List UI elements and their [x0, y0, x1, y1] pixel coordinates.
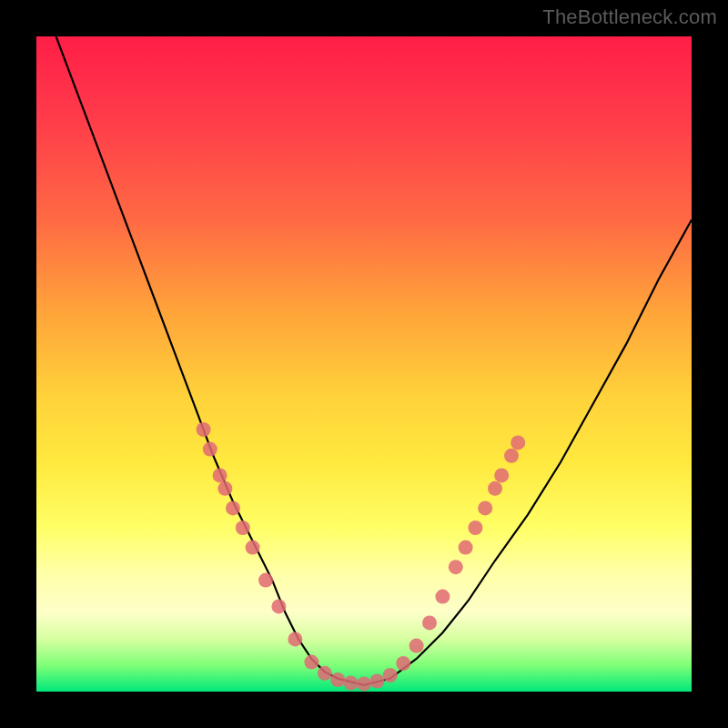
- marker-dot: [226, 500, 240, 515]
- plot-area: [36, 36, 692, 692]
- marker-dot: [504, 449, 519, 463]
- marker-dot: [344, 676, 359, 691]
- marker-dot: [203, 442, 217, 457]
- marker-dot: [246, 541, 260, 555]
- marker-dot: [468, 521, 482, 535]
- marker-dot: [459, 541, 473, 555]
- marker-dot: [396, 656, 410, 671]
- marker-dot: [449, 560, 463, 574]
- marker-dot: [271, 599, 286, 613]
- marker-dot: [330, 672, 345, 687]
- bottleneck-curve: [56, 36, 692, 685]
- marker-dot: [369, 674, 384, 689]
- marker-dot: [478, 500, 492, 515]
- marker-dot: [422, 615, 437, 630]
- chart-frame: TheBottleneck.com: [0, 0, 728, 728]
- highlight-dots: [197, 422, 526, 691]
- marker-dot: [213, 468, 228, 482]
- marker-dot: [217, 481, 232, 496]
- marker-dot: [511, 435, 525, 450]
- marker-dot: [288, 632, 302, 646]
- chart-svg: [36, 36, 692, 692]
- marker-dot: [357, 676, 371, 691]
- marker-dot: [410, 639, 424, 653]
- marker-dot: [318, 666, 332, 681]
- marker-dot: [383, 668, 398, 682]
- marker-dot: [258, 573, 273, 588]
- watermark-text: TheBottleneck.com: [542, 5, 717, 29]
- marker-dot: [435, 590, 450, 604]
- marker-dot: [197, 422, 211, 437]
- marker-dot: [304, 655, 318, 670]
- marker-dot: [488, 481, 502, 496]
- marker-dot: [494, 468, 509, 482]
- marker-dot: [236, 521, 250, 535]
